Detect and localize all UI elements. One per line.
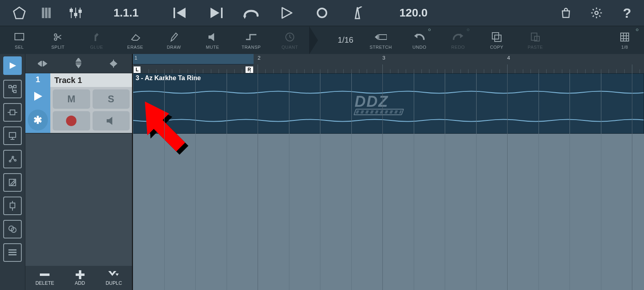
ruler[interactable]: L R 1 2 3 4 bbox=[133, 54, 644, 73]
tool-label: QUANT bbox=[282, 45, 298, 50]
svg-rect-53 bbox=[8, 249, 17, 251]
rewind-start-icon[interactable] bbox=[172, 5, 188, 21]
snap-value[interactable]: 1/16 bbox=[309, 26, 361, 54]
fitzoom-icon[interactable] bbox=[107, 59, 120, 68]
tool-paste[interactable]: PASTE bbox=[516, 26, 555, 54]
tool-erase[interactable]: ERASE bbox=[116, 26, 155, 54]
track-play-icon[interactable] bbox=[25, 85, 50, 107]
track-name[interactable]: Track 1 bbox=[50, 73, 132, 87]
help-icon[interactable]: ? bbox=[619, 5, 635, 21]
waveform-bottom bbox=[133, 118, 644, 123]
svg-marker-15 bbox=[282, 8, 292, 18]
svg-marker-67 bbox=[34, 92, 42, 101]
undo-badge bbox=[428, 29, 431, 31]
tool-undo[interactable]: UNDO bbox=[400, 26, 439, 54]
gear-icon[interactable] bbox=[588, 5, 605, 21]
locator-left[interactable]: L bbox=[134, 66, 140, 73]
mixer-icon[interactable] bbox=[68, 5, 84, 21]
transpose-icon bbox=[245, 31, 257, 43]
plus-icon bbox=[74, 270, 86, 280]
project-icon[interactable] bbox=[11, 5, 27, 21]
piano-icon[interactable] bbox=[39, 5, 56, 21]
notes-button[interactable] bbox=[3, 173, 22, 192]
svg-marker-14 bbox=[243, 16, 246, 19]
svg-rect-3 bbox=[48, 8, 51, 18]
duplicate-icon bbox=[108, 270, 120, 280]
svg-rect-49 bbox=[10, 203, 15, 208]
tool-grid[interactable]: 1/8 bbox=[605, 26, 644, 54]
tool-split[interactable]: SPLIT bbox=[39, 26, 77, 54]
zoom-row bbox=[25, 54, 132, 73]
track-freeze-button[interactable]: ✱ bbox=[28, 110, 48, 130]
svg-rect-13 bbox=[221, 8, 223, 18]
locator-right[interactable]: R bbox=[246, 66, 253, 73]
tool-stretch[interactable]: STRETCH bbox=[361, 26, 400, 54]
arrange-view-button[interactable] bbox=[3, 56, 22, 75]
svg-marker-59 bbox=[44, 62, 47, 66]
metronome-icon[interactable] bbox=[349, 5, 365, 21]
clip-area[interactable]: 3 - Az Karkhe Ta Rine DDZ bbox=[133, 73, 644, 290]
shop-icon[interactable] bbox=[558, 5, 574, 21]
track-header-column: 1 ✱ Track 1 M S bbox=[25, 54, 133, 290]
svg-rect-35 bbox=[9, 85, 11, 88]
delete-track-button[interactable]: DELETE bbox=[35, 270, 54, 286]
timeline[interactable]: L R 1 2 3 4 3 - Az Karkhe Ta Rine bbox=[133, 54, 644, 290]
tool-redo[interactable]: REDO bbox=[439, 26, 477, 54]
top-right-group: ? bbox=[558, 5, 635, 21]
marker-button[interactable] bbox=[3, 197, 22, 215]
svg-marker-64 bbox=[110, 62, 113, 66]
track-footer: DELETE ADD DUPLC bbox=[25, 266, 132, 290]
tool-copy[interactable]: COPY bbox=[477, 26, 516, 54]
svg-marker-66 bbox=[114, 62, 117, 66]
audio-clip[interactable]: 3 - Az Karkhe Ta Rine DDZ bbox=[133, 73, 644, 134]
track-header[interactable]: 1 ✱ Track 1 M S bbox=[25, 73, 132, 134]
song-position[interactable]: 1.1.1 bbox=[114, 6, 138, 19]
locator-range[interactable] bbox=[133, 54, 254, 64]
svg-rect-7 bbox=[74, 13, 77, 16]
svg-marker-68 bbox=[107, 117, 112, 125]
loop-icon[interactable] bbox=[243, 5, 259, 21]
svg-marker-11 bbox=[177, 8, 186, 18]
record-icon[interactable] bbox=[314, 5, 330, 21]
channels-button[interactable] bbox=[3, 220, 22, 238]
bar-number: 2 bbox=[258, 55, 260, 61]
solo-button[interactable]: S bbox=[93, 89, 130, 109]
svg-marker-25 bbox=[375, 34, 378, 40]
monitor-button[interactable] bbox=[3, 126, 22, 145]
insert-button[interactable] bbox=[3, 103, 22, 122]
svg-rect-71 bbox=[76, 273, 85, 276]
svg-rect-26 bbox=[379, 35, 387, 39]
top-bar: 1.1.1 120.0 bbox=[0, 0, 644, 26]
monitor-speaker-button[interactable] bbox=[93, 111, 130, 130]
automation-button[interactable] bbox=[3, 150, 22, 168]
svg-point-18 bbox=[595, 11, 598, 14]
record-arm-button[interactable] bbox=[53, 111, 90, 130]
svg-rect-2 bbox=[45, 8, 47, 18]
pencil-icon bbox=[168, 31, 180, 43]
hzoom-icon[interactable] bbox=[38, 60, 50, 68]
tool-label: STRETCH bbox=[369, 45, 392, 50]
erase-icon bbox=[129, 31, 141, 43]
track-number: 1 bbox=[25, 73, 50, 85]
routing-button[interactable] bbox=[3, 80, 22, 98]
tool-select[interactable]: SEL bbox=[0, 26, 39, 54]
forward-end-icon[interactable] bbox=[208, 5, 224, 21]
transport-controls bbox=[172, 5, 365, 21]
duplicate-track-button[interactable]: DUPLC bbox=[105, 270, 122, 286]
tool-mute[interactable]: MUTE bbox=[193, 26, 232, 54]
glue-icon bbox=[91, 31, 103, 43]
play-icon[interactable] bbox=[279, 5, 295, 21]
svg-rect-55 bbox=[8, 254, 17, 255]
menu-button[interactable] bbox=[3, 243, 22, 262]
tool-label: COPY bbox=[490, 45, 503, 50]
tool-draw[interactable]: DRAW bbox=[155, 26, 193, 54]
mute-button[interactable]: M bbox=[53, 89, 90, 109]
tool-label: SEL bbox=[15, 45, 24, 50]
add-track-button[interactable]: ADD bbox=[74, 270, 86, 286]
tool-transpose[interactable]: TRANSP bbox=[232, 26, 270, 54]
vzoom-icon[interactable] bbox=[74, 58, 83, 69]
tool-glue[interactable]: GLUE bbox=[77, 26, 116, 54]
tool-quantize[interactable]: QUANT bbox=[270, 26, 309, 54]
tempo-display[interactable]: 120.0 bbox=[399, 6, 427, 19]
svg-marker-60 bbox=[76, 58, 80, 61]
